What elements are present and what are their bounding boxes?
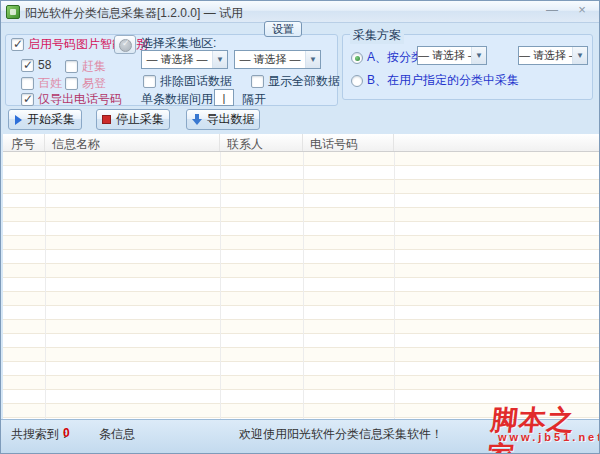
- chevron-down-icon: ▼: [471, 47, 486, 64]
- separator-input[interactable]: [214, 89, 234, 106]
- checkbox-box: [143, 75, 156, 88]
- watermark-url: www.jb51.net: [498, 431, 600, 443]
- radio-plan-b[interactable]: B、在用户指定的分类中采集: [351, 72, 519, 89]
- verify-code-button[interactable]: [114, 35, 136, 54]
- results-table-body: [3, 152, 599, 419]
- plan-group-caption: 采集方案: [350, 27, 404, 44]
- separator-suffix-label: 隔开: [242, 91, 266, 108]
- checkbox-label: 显示全部数据: [268, 73, 340, 90]
- title-bar: 阳光软件分类信息采集器[1.2.0.0] — 试用 — ×: [1, 1, 599, 23]
- region-dropdown-1[interactable]: — 请选择 — ▼: [141, 50, 228, 69]
- combo-value: — 请选择 —: [418, 48, 471, 63]
- verify-circle-icon: [119, 39, 132, 52]
- checkbox-site-58[interactable]: 58: [21, 58, 51, 72]
- start-collect-button[interactable]: 开始采集: [8, 109, 82, 130]
- checkbox-label: 百姓: [38, 75, 62, 92]
- checkbox-site-yideng[interactable]: 易登: [65, 75, 106, 92]
- button-label: 开始采集: [27, 111, 75, 128]
- window-title: 阳光软件分类信息采集器[1.2.0.0] — 试用: [25, 5, 243, 22]
- app-icon: [6, 5, 20, 19]
- checkbox-box: [11, 38, 24, 51]
- stop-icon: [102, 115, 111, 124]
- checkbox-site-baixing[interactable]: 百姓: [21, 75, 62, 92]
- combo-value: — 请选择 —: [519, 48, 572, 63]
- region-dropdown-2[interactable]: — 请选择 — ▼: [234, 50, 321, 69]
- checkbox-label: 赶集: [82, 58, 106, 75]
- minimize-button[interactable]: —: [539, 2, 565, 18]
- found-count: 0: [63, 426, 70, 440]
- checkbox-export-phone-only[interactable]: 仅导出电话号码: [21, 91, 122, 108]
- stop-collect-button[interactable]: 停止采集: [96, 109, 170, 130]
- chevron-down-icon: ▼: [305, 51, 320, 68]
- radio-label: B、在用户指定的分类中采集: [367, 72, 519, 89]
- button-label: 停止采集: [116, 111, 164, 128]
- checkbox-label: 排除固话数据: [160, 73, 232, 90]
- column-header-phone[interactable]: 电话号码: [303, 134, 394, 151]
- tab-settings[interactable]: 设置: [264, 21, 302, 37]
- column-header-name[interactable]: 信息名称: [45, 134, 220, 151]
- chevron-down-icon: ▼: [212, 51, 227, 68]
- checkbox-box: [251, 75, 264, 88]
- plan-dropdown-2[interactable]: — 请选择 — ▼: [518, 46, 588, 65]
- combo-value: — 请选择 —: [235, 52, 305, 67]
- radio-circle: [351, 75, 363, 87]
- welcome-message: 欢迎使用阳光软件分类信息采集软件！: [239, 426, 443, 443]
- found-prefix-label: 共搜索到：: [11, 426, 71, 443]
- checkbox-box: [21, 93, 34, 106]
- column-separator: [45, 152, 46, 419]
- button-label: 导出数据: [207, 111, 255, 128]
- found-suffix-label: 条信息: [99, 426, 135, 443]
- column-header-contact[interactable]: 联系人: [220, 134, 303, 151]
- checkbox-box: [65, 60, 78, 73]
- checkbox-box: [65, 77, 78, 90]
- checkbox-site-ganji[interactable]: 赶集: [65, 58, 106, 75]
- checkbox-label: 58: [38, 58, 51, 72]
- play-icon: [15, 115, 22, 125]
- column-separator: [394, 152, 395, 419]
- checkbox-box: [21, 59, 34, 72]
- column-header-index[interactable]: 序号: [3, 134, 45, 151]
- checkbox-exclude-landline[interactable]: 排除固话数据: [143, 73, 232, 90]
- separator-prefix-label: 单条数据间用: [141, 91, 213, 108]
- checkbox-show-all-data[interactable]: 显示全部数据: [251, 73, 340, 90]
- close-button[interactable]: ×: [569, 2, 595, 18]
- column-separator: [303, 152, 304, 419]
- export-data-button[interactable]: 导出数据: [186, 109, 260, 130]
- watermark-logo: 脚本之家: [485, 402, 600, 454]
- column-header-blank: [394, 134, 599, 151]
- chevron-down-icon: ▼: [572, 47, 587, 64]
- plan-dropdown-1[interactable]: — 请选择 — ▼: [417, 46, 487, 65]
- checkbox-box: [21, 77, 34, 90]
- combo-value: — 请选择 —: [142, 52, 212, 67]
- table-header: 序号 信息名称 联系人 电话号码: [3, 134, 599, 152]
- download-arrow-icon: [192, 114, 202, 125]
- checkbox-label: 仅导出电话号码: [38, 91, 122, 108]
- column-separator: [220, 152, 221, 419]
- checkbox-label: 易登: [82, 75, 106, 92]
- radio-circle: [351, 52, 363, 64]
- app-window: 阳光软件分类信息采集器[1.2.0.0] — 试用 — × 设置 启用号码图片智…: [0, 0, 600, 454]
